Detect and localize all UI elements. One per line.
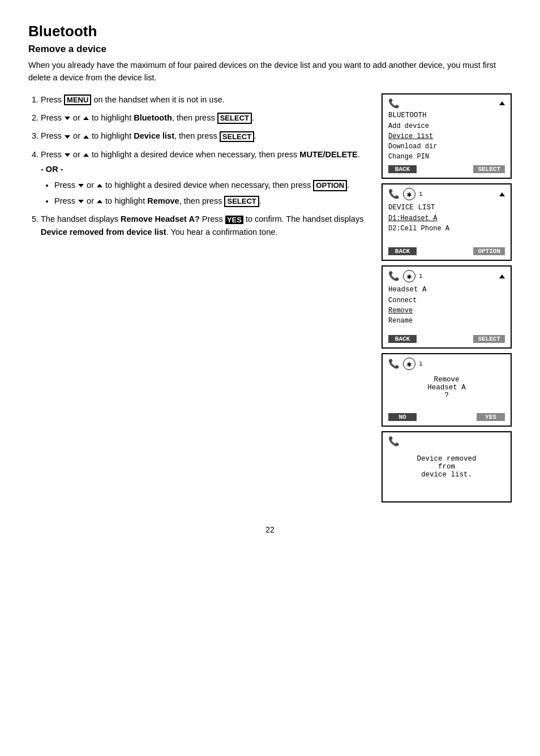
screen-2-items: D1:Headset A D2:Cell Phone A [388, 213, 505, 234]
phone-icon-4: 📞 [388, 358, 400, 370]
screen-2-title: DEVICE LIST [388, 204, 505, 212]
screen-2-bottom-bar: BACK OPTION [388, 247, 505, 255]
screen-4: 📞 ✱1 Remove Headset A ? NO YES [382, 353, 512, 427]
bluetooth-icon-2: ✱ [403, 188, 415, 200]
chevron-down-icon [65, 117, 70, 120]
step-4-text: Press or to highlight a desired device w… [41, 150, 360, 159]
step-1-text: Press MENU on the handset when it is not… [41, 95, 225, 104]
chevron-up-icon-4a [97, 184, 102, 187]
screens-panel: 📞 BLUETOOTH Add device Device list Downl… [382, 93, 512, 502]
screen-1-bottom-bar: BACK SELECT [388, 165, 505, 173]
bluetooth-icon-3: ✱ [403, 270, 415, 282]
screen-4-line3: ? [388, 392, 505, 400]
step-3: Press or to highlight Device list, then … [41, 130, 370, 142]
step-5: The handset displays Remove Headset A? P… [41, 213, 370, 238]
screen-5-center-text: Device removed from device list. [388, 455, 505, 479]
chevron-up-icon-4b [97, 200, 102, 203]
screen-5-top-bar: 📞 [388, 436, 505, 447]
chevron-down-icon-4 [65, 153, 70, 157]
chevron-down-icon-4a [78, 184, 84, 187]
bt-number-2: 1 [419, 191, 423, 197]
screen-2: 📞 ✱1 DEVICE LIST D1:Headset A D2:Cell Ph… [382, 183, 512, 261]
screen-3-title: Headset A [388, 286, 505, 294]
screen-3-back-btn: BACK [388, 335, 417, 343]
step-5-text: The handset displays Remove Headset A? P… [41, 214, 363, 236]
chevron-down-icon-3 [65, 135, 70, 139]
steps-list: Press MENU on the handset when it is not… [28, 93, 370, 239]
chevron-up-icon [83, 117, 89, 120]
step-3-bold: Device list [134, 131, 174, 140]
screen-1-back-btn: BACK [388, 165, 417, 173]
select-key-2: SELECT [217, 113, 252, 124]
screen-3-item-remove: Remove [388, 306, 505, 316]
screen-3: 📞 ✱1 Headset A Connect Remove Rename BAC… [382, 265, 512, 349]
screen-1-items: Add device Device list Download dir Chan… [388, 121, 505, 162]
step-3-text: Press or to highlight Device list, then … [41, 131, 256, 140]
sub-bullet-1: Press or to highlight a desired device w… [54, 179, 370, 192]
chevron-up-icon-4 [83, 153, 89, 157]
screen-3-top-bar: 📞 ✱1 [388, 270, 505, 284]
step-5-bold1: Remove Headset A? [121, 214, 200, 224]
bt-number-3: 1 [419, 273, 423, 280]
page: Bluetooth Remove a device When you alrea… [0, 0, 540, 568]
screen-3-items: Connect Remove Rename [388, 295, 505, 326]
phone-icon-1: 📞 [388, 98, 400, 109]
screen-3-item-connect: Connect [388, 295, 505, 306]
intro-text: When you already have the maximum of fou… [28, 59, 512, 84]
mute-delete-key: MUTE/DELETE [299, 150, 357, 159]
screen-2-top-bar: 📞 ✱1 [388, 188, 505, 201]
step-4: Press or to highlight a desired device w… [41, 148, 370, 207]
screen-3-select-btn: SELECT [473, 335, 505, 343]
arrow-up-icon-1 [499, 101, 505, 105]
screen-1-item-download: Download dir [388, 141, 505, 152]
menu-key: MENU [64, 94, 91, 106]
screen-4-no-btn: NO [388, 413, 417, 421]
page-number: 22 [28, 525, 512, 534]
screen-2-item-d2: D2:Cell Phone A [388, 224, 505, 234]
step-1: Press MENU on the handset when it is not… [41, 93, 370, 106]
screen-1-item-changepin: Change PIN [388, 152, 505, 162]
phone-icon-5: 📞 [388, 436, 400, 447]
step-2: Press or to highlight Bluetooth, then pr… [41, 111, 370, 124]
screen-1-item-add: Add device [388, 121, 505, 131]
screen-2-item-d1: D1:Headset A [388, 213, 505, 224]
chevron-up-icon-3 [83, 135, 89, 139]
screen-3-item-rename: Rename [388, 316, 505, 326]
screen-3-bottom-bar: BACK SELECT [388, 335, 505, 343]
section-title: Remove a device [28, 44, 512, 55]
step-2-bold: Bluetooth [134, 113, 172, 122]
remove-bold: Remove [147, 196, 179, 205]
screen-1-top-bar: 📞 [388, 98, 505, 109]
arrow-up-icon-3 [499, 274, 505, 278]
or-block: - OR - [41, 163, 370, 175]
arrow-up-icon-2 [499, 192, 505, 196]
screen-1: 📞 BLUETOOTH Add device Device list Downl… [382, 93, 512, 179]
sub-bullet-2: Press or to highlight Remove, then press… [54, 195, 370, 208]
step-2-text: Press or to highlight Bluetooth, then pr… [41, 113, 254, 122]
phone-icon-2: 📞 [388, 188, 400, 200]
screen-3-icon-row: 📞 ✱1 [388, 270, 423, 282]
screen-1-select-btn: SELECT [473, 165, 505, 173]
instructions: Press MENU on the handset when it is not… [28, 93, 370, 244]
screen-1-item-devicelist: Device list [388, 131, 505, 141]
screen-4-yes-btn: YES [477, 413, 505, 421]
screen-5: 📞 Device removed from device list. [382, 431, 512, 502]
main-content: Press MENU on the handset when it is not… [28, 93, 512, 502]
option-key: OPTION [313, 180, 347, 191]
screen-2-icon-row: 📞 ✱1 [388, 188, 423, 200]
screen-4-center-text: Remove Headset A ? [388, 376, 505, 400]
step-5-bold2: Device removed from device list [41, 227, 166, 237]
screen-1-title: BLUETOOTH [388, 111, 505, 119]
screen-5-line3: device list. [388, 471, 505, 479]
screen-4-icon-row: 📞 ✱1 [388, 358, 423, 370]
screen-4-line1: Remove [388, 376, 505, 384]
page-title: Bluetooth [28, 23, 512, 40]
bt-number-4: 1 [419, 360, 423, 367]
screen-4-line2: Headset A [388, 384, 505, 392]
select-key-3: SELECT [220, 131, 254, 143]
screen-5-line1: Device removed [388, 455, 505, 463]
phone-icon-3: 📞 [388, 270, 400, 282]
screen-2-back-btn: BACK [388, 247, 417, 255]
yes-key: YES [225, 216, 243, 225]
sub-bullets: Press or to highlight a desired device w… [41, 179, 370, 208]
